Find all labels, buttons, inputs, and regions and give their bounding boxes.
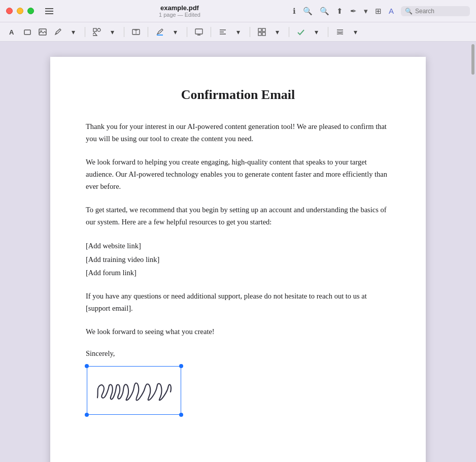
zoom-out-icon[interactable]: 🔍 [303, 7, 313, 16]
view-tool-button[interactable] [255, 25, 269, 39]
svg-rect-20 [262, 28, 265, 31]
svg-text:T: T [134, 29, 138, 35]
sidebar-toggle-button[interactable] [42, 5, 56, 18]
handle-top-right[interactable] [179, 364, 183, 368]
toolbar-group-9: ▾ [333, 25, 362, 39]
toolbar: A ▾ ▾ T ▾ [0, 22, 476, 42]
scrollbar-thumb[interactable] [471, 44, 474, 75]
separator-7 [289, 27, 289, 37]
link-item-1: [Add website link] [86, 239, 390, 252]
markup-icon[interactable]: A [389, 7, 394, 15]
check-dropdown-button[interactable]: ▾ [309, 25, 323, 39]
svg-rect-14 [195, 29, 202, 34]
signature-image [87, 366, 181, 415]
scrollbar[interactable] [471, 42, 475, 462]
svg-rect-0 [45, 8, 53, 9]
align-dropdown-button[interactable]: ▾ [231, 25, 245, 39]
separator-2 [124, 27, 124, 37]
handle-bottom-left[interactable] [85, 413, 89, 417]
share-icon[interactable]: ⬆ [336, 7, 343, 16]
svg-text:A: A [9, 28, 14, 36]
svg-rect-22 [262, 32, 265, 36]
search-box[interactable]: 🔍 [401, 6, 470, 16]
more-dropdown-button[interactable]: ▾ [348, 25, 362, 39]
textbox-tool-button[interactable]: T [129, 25, 143, 39]
annotate-tool-button[interactable] [51, 25, 65, 39]
main-content: Confirmation Email Thank you for your in… [0, 42, 476, 462]
toolbar-group-6: ▾ [216, 25, 245, 39]
image-tool-button[interactable] [36, 25, 50, 39]
separator-4 [187, 27, 187, 37]
toolbar-group-4: ▾ [153, 25, 182, 39]
svg-rect-4 [24, 30, 30, 35]
handle-top-left[interactable] [85, 364, 89, 368]
shapes-dropdown-button[interactable]: ▾ [105, 25, 119, 39]
titlebar-actions: ℹ 🔍 🔍 ⬆ ✒ ▾ ⊞ A 🔍 [293, 6, 470, 16]
svg-rect-21 [258, 32, 261, 36]
text-tool-button[interactable]: A [5, 25, 19, 39]
check-tool-button[interactable] [294, 25, 308, 39]
separator-5 [211, 27, 211, 37]
pen-color-tool-button[interactable] [153, 25, 167, 39]
shapes-tool-button[interactable] [90, 25, 104, 39]
rectangle-tool-button[interactable] [20, 25, 35, 39]
pen-icon[interactable]: ✒ [350, 7, 357, 16]
separator-8 [328, 27, 328, 37]
signature-box[interactable] [86, 365, 182, 416]
svg-rect-8 [93, 28, 96, 31]
document-filename: example.pdf [160, 4, 199, 12]
annotate-dropdown-button[interactable]: ▾ [66, 25, 80, 39]
sign-off: Sincerely, [86, 349, 390, 358]
svg-rect-13 [157, 35, 163, 36]
links-section: [Add website link] [Add training video l… [86, 239, 390, 279]
paragraph-3: To get started, we recommend that you be… [86, 204, 390, 228]
search-icon: 🔍 [405, 8, 413, 15]
closing-paragraph: If you have any questions or need additi… [86, 290, 390, 315]
svg-marker-10 [93, 32, 97, 36]
more-tool-button[interactable] [333, 25, 347, 39]
document-title: Confirmation Email [86, 87, 390, 103]
svg-rect-19 [258, 28, 261, 31]
toolbar-group-5 [192, 25, 206, 39]
close-button[interactable] [6, 8, 13, 14]
pdf-page: Confirmation Email Thank you for your in… [50, 57, 426, 462]
separator-1 [85, 27, 85, 37]
maximize-button[interactable] [27, 8, 34, 14]
toolbar-group-8: ▾ [294, 25, 323, 39]
separator-3 [148, 27, 148, 37]
separator-6 [250, 27, 250, 37]
toolbar-group-7: ▾ [255, 25, 284, 39]
view-dropdown-button[interactable]: ▾ [270, 25, 284, 39]
paragraph-2: We look forward to helping you create en… [86, 156, 390, 193]
paragraph-1: Thank you for your interest in our AI-po… [86, 121, 390, 145]
toolbar-group-3: T [129, 25, 143, 39]
link-item-2: [Add training video link] [86, 253, 390, 266]
crop-icon[interactable]: ⊞ [375, 7, 382, 16]
document-subtitle: 1 page — Edited [159, 12, 200, 18]
search-input[interactable] [415, 8, 466, 15]
zoom-in-icon[interactable]: 🔍 [320, 7, 329, 16]
svg-rect-2 [45, 13, 53, 14]
titlebar: example.pdf 1 page — Edited ℹ 🔍 🔍 ⬆ ✒ ▾ … [0, 0, 476, 22]
titlebar-info: example.pdf 1 page — Edited [107, 4, 252, 18]
toolbar-group-2: ▾ [90, 25, 119, 39]
align-tool-button[interactable] [216, 25, 230, 39]
svg-rect-1 [45, 11, 53, 12]
handle-bottom-right[interactable] [179, 413, 183, 417]
traffic-lights [6, 8, 34, 14]
screen-tool-button[interactable] [192, 25, 206, 39]
pen-color-dropdown-button[interactable]: ▾ [168, 25, 182, 39]
toolbar-group-1: A ▾ [5, 25, 80, 39]
minimize-button[interactable] [17, 8, 23, 14]
pen-dropdown-icon[interactable]: ▾ [364, 7, 368, 16]
signature-container[interactable] [86, 365, 182, 416]
forward-paragraph: We look forward to seeing what you creat… [86, 326, 390, 338]
link-item-3: [Add forum link] [86, 266, 390, 279]
svg-point-9 [97, 28, 100, 31]
info-icon[interactable]: ℹ [293, 7, 296, 16]
